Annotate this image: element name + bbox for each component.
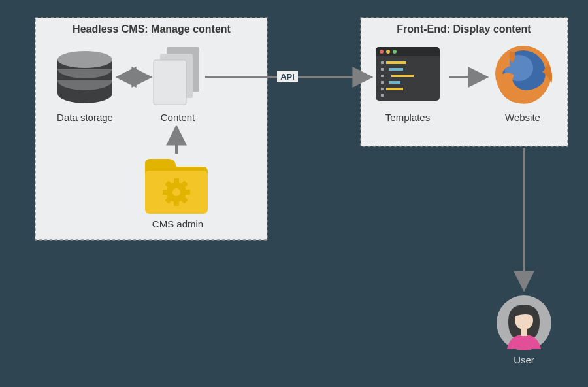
- svg-rect-36: [391, 75, 414, 77]
- svg-rect-41: [381, 94, 384, 97]
- svg-rect-32: [386, 61, 406, 64]
- user-label: User: [514, 354, 534, 365]
- templates-icon: [376, 47, 440, 101]
- svg-rect-27: [376, 52, 440, 56]
- svg-rect-37: [381, 81, 384, 84]
- svg-rect-11: [154, 60, 186, 105]
- svg-rect-14: [174, 178, 179, 184]
- panel-front-end-title: Front-End: Display content: [397, 24, 531, 35]
- diagram-canvas: Headless CMS: Manage content Data storag…: [0, 0, 588, 387]
- website-label: Website: [505, 112, 540, 123]
- svg-rect-17: [185, 190, 190, 195]
- svg-rect-49: [521, 328, 527, 336]
- user-icon: [497, 295, 551, 357]
- content-icon: [154, 47, 199, 105]
- data-storage-icon: [57, 51, 112, 103]
- content-label: Content: [161, 112, 195, 123]
- svg-point-30: [393, 50, 397, 54]
- svg-rect-15: [174, 201, 179, 206]
- data-storage-label: Data storage: [57, 112, 113, 123]
- arrow-api-label: API: [280, 72, 295, 82]
- svg-rect-35: [381, 75, 384, 77]
- svg-point-28: [380, 50, 384, 54]
- svg-rect-16: [163, 190, 168, 195]
- svg-rect-33: [381, 68, 384, 71]
- svg-point-8: [57, 51, 112, 68]
- svg-point-22: [172, 188, 180, 196]
- svg-rect-40: [386, 88, 403, 90]
- svg-rect-34: [389, 68, 403, 71]
- cms-admin-icon: [145, 159, 208, 214]
- svg-rect-31: [381, 61, 384, 64]
- svg-rect-39: [381, 88, 384, 90]
- svg-rect-38: [389, 81, 400, 84]
- cms-admin-label: CMS admin: [152, 218, 203, 229]
- svg-point-29: [386, 50, 390, 54]
- panel-headless-cms-title: Headless CMS: Manage content: [73, 24, 231, 35]
- templates-label: Templates: [385, 112, 430, 123]
